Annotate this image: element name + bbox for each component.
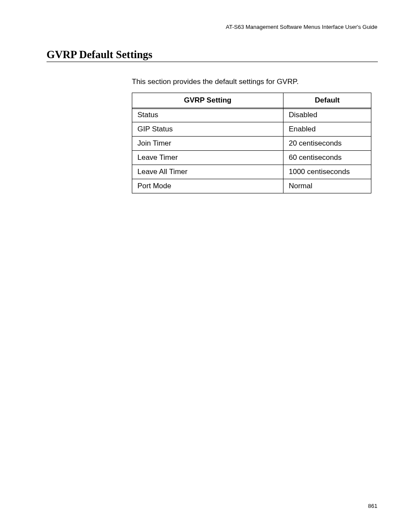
cell-default: Normal: [283, 179, 371, 193]
cell-setting: Status: [132, 108, 283, 122]
table-header-default: Default: [283, 93, 371, 108]
cell-default: Enabled: [283, 122, 371, 137]
cell-default: 60 centiseconds: [283, 151, 371, 165]
table-row: Leave All Timer 1000 centiseconds: [132, 165, 371, 179]
table-header-setting: GVRP Setting: [132, 93, 283, 108]
cell-default: 1000 centiseconds: [283, 165, 371, 179]
title-underline: [47, 62, 378, 62]
table-row: Status Disabled: [132, 108, 371, 122]
table-row: GIP Status Enabled: [132, 122, 371, 137]
cell-setting: Port Mode: [132, 179, 283, 193]
page-number: 861: [368, 503, 377, 509]
cell-default: 20 centiseconds: [283, 137, 371, 151]
table-row: Join Timer 20 centiseconds: [132, 137, 371, 151]
cell-setting: GIP Status: [132, 122, 283, 137]
cell-setting: Leave All Timer: [132, 165, 283, 179]
cell-default: Disabled: [283, 108, 371, 122]
table-row: Port Mode Normal: [132, 179, 371, 193]
section-intro: This section provides the default settin…: [132, 78, 299, 86]
table-header-row: GVRP Setting Default: [132, 93, 371, 108]
cell-setting: Join Timer: [132, 137, 283, 151]
gvrp-settings-table: GVRP Setting Default Status Disabled GIP…: [132, 93, 371, 193]
cell-setting: Leave Timer: [132, 151, 283, 165]
table-row: Leave Timer 60 centiseconds: [132, 151, 371, 165]
section-title: GVRP Default Settings: [47, 49, 153, 61]
header-guide-title: AT-S63 Management Software Menus Interfa…: [226, 24, 377, 30]
